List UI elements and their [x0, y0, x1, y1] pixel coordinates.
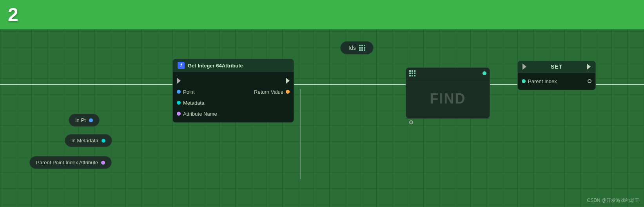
- in-metadata-node[interactable]: In Metadata: [65, 134, 112, 147]
- in-metadata-dot: [102, 139, 105, 143]
- find-left-pins: [409, 70, 415, 76]
- point-pin-dot: [177, 90, 181, 94]
- find-body: FIND: [406, 79, 490, 118]
- ids-grid-icon: [359, 45, 365, 51]
- find-label: FIND: [430, 91, 466, 107]
- in-metadata-label: In Metadata: [71, 138, 98, 143]
- set-exec-out: [587, 64, 591, 70]
- set-title-label: SET: [551, 64, 562, 70]
- exec-in-pin: [177, 78, 181, 84]
- parent-index-label: Parent Index: [528, 78, 557, 84]
- metadata-label: Metadata: [183, 100, 204, 106]
- parent-index-row: Parent Index: [518, 76, 595, 87]
- in-pt-label: In Pt: [75, 117, 86, 123]
- return-value-label: Return Value: [254, 89, 283, 95]
- point-row: Point Return Value: [173, 86, 294, 97]
- find-input-dot: [409, 120, 413, 124]
- set-title: SET: [518, 61, 595, 73]
- get-integer-title: f Get Integer 64Attribute: [173, 59, 294, 72]
- in-pt-dot: [89, 118, 93, 122]
- canvas-background: [0, 0, 644, 207]
- set-body: Parent Index: [518, 73, 595, 90]
- function-icon: f: [178, 62, 185, 69]
- find-output-dot: [483, 71, 486, 75]
- metadata-row: Metadata: [173, 97, 294, 108]
- ids-node[interactable]: Ids: [340, 41, 374, 54]
- set-exec-in: [522, 64, 526, 70]
- in-pt-node[interactable]: In Pt: [69, 114, 100, 127]
- exec-out-pin: [286, 78, 290, 84]
- parent-point-index-node[interactable]: Parent Point Index Attribute: [29, 156, 112, 169]
- ids-label: Ids: [348, 45, 356, 51]
- parent-index-dot-left: [522, 79, 526, 83]
- parent-point-dot: [101, 161, 105, 165]
- set-node[interactable]: SET Parent Index: [517, 61, 596, 90]
- metadata-pin-dot: [177, 101, 181, 105]
- find-grid-icon-left: [409, 70, 415, 76]
- watermark: CSDN @开发游戏的老王: [587, 197, 639, 204]
- header-bar: 2: [0, 0, 644, 29]
- attribute-name-label: Attribute Name: [183, 111, 217, 117]
- attribute-name-row: Attribute Name: [173, 108, 294, 119]
- point-label: Point: [183, 89, 195, 95]
- attribute-name-dot: [177, 112, 181, 116]
- parent-point-index-label: Parent Point Index Attribute: [36, 160, 98, 165]
- exec-row: [173, 75, 294, 86]
- step-number: 2: [8, 4, 18, 25]
- vertical-connector-line: [300, 89, 301, 179]
- find-node[interactable]: FIND: [406, 67, 490, 118]
- get-integer-title-text: Get Integer 64Attribute: [188, 63, 243, 69]
- return-value-dot: [286, 90, 290, 94]
- find-right-pins: [483, 70, 486, 76]
- get-integer-node[interactable]: f Get Integer 64Attribute Point Return V…: [172, 59, 294, 123]
- get-integer-body: Point Return Value Metadata Attribute Na…: [173, 72, 294, 122]
- parent-index-dot-right: [588, 79, 591, 83]
